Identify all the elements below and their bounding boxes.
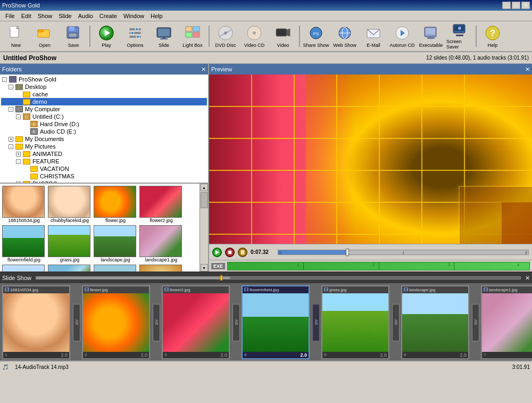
tree-desktop[interactable]: - Desktop — [1, 83, 207, 91]
thumb-1881h0534 — [2, 186, 45, 218]
screensaver-icon — [451, 23, 468, 38]
play-toolbar-icon — [98, 24, 115, 42]
menu-edit[interactable]: Edit — [18, 12, 35, 20]
tree-animated[interactable]: + ANIMATED — [1, 150, 207, 158]
mydocuments-icon — [15, 136, 23, 142]
lightbox-button[interactable]: Light Box — [179, 22, 206, 50]
slide-item-2[interactable]: 🎞 flower.jpg 2 2.0 — [82, 285, 150, 359]
tree-photos[interactable]: - PHOTOS — [1, 180, 207, 183]
scroll-thumb[interactable] — [201, 192, 208, 208]
seek-bar[interactable]: 0 1 2 — [278, 250, 529, 255]
close-button[interactable]: ✕ — [521, 2, 530, 9]
proshow-icon — [9, 76, 16, 83]
slide-item-1[interactable]: 🎞 1881h0534.jpg 1 2.0 — [2, 285, 70, 359]
file-grass[interactable]: grass.jpg — [48, 225, 92, 262]
pause-transport-button[interactable] — [238, 248, 247, 257]
total-duration: 3:01.91 — [512, 364, 530, 370]
screensaver-button[interactable]: Screen Saver — [446, 22, 473, 50]
file-landscape1[interactable]: landscape1.jpg — [139, 225, 183, 262]
file-summer11[interactable]: summer11.jpg — [94, 265, 137, 272]
menu-file[interactable]: File — [2, 12, 18, 20]
tree-drive-c[interactable]: - C Untitled (C:) — [1, 113, 207, 120]
tree-proshow-gold[interactable]: - ProShow Gold — [1, 76, 207, 83]
filename-grass: grass.jpg — [48, 257, 92, 262]
audio-icon: 🎵 — [2, 364, 9, 370]
seek-progress — [278, 250, 348, 254]
timeline-track[interactable]: 1 2 3 4 — [227, 262, 530, 270]
scroll-down-button[interactable]: ▼ — [201, 264, 208, 272]
file-summer1[interactable]: summer1.jpg — [48, 265, 92, 272]
scroll-up-button[interactable]: ▲ — [201, 184, 208, 191]
tree-mydocuments[interactable]: + My Documents — [1, 135, 207, 143]
slide-item-5[interactable]: 🎞 grass.jpg 5 2.0 — [321, 285, 389, 359]
menu-audio[interactable]: Audio — [75, 12, 96, 20]
slideshow-track[interactable]: 🎞 1881h0534.jpg 1 2.0 AB 🎞 flower.jpg 2 … — [0, 283, 532, 361]
svg-rect-20 — [186, 27, 192, 31]
slide-item-4[interactable]: 🎞 flowerinfield.jpg 4 2.0 — [242, 285, 310, 359]
menu-show[interactable]: Show — [35, 12, 56, 20]
preview-close[interactable]: ✕ — [525, 66, 530, 73]
shareshow-button[interactable]: PS Share Show — [302, 22, 330, 50]
open-button[interactable]: Open — [31, 22, 59, 50]
play-transport-button[interactable] — [212, 248, 222, 257]
folders-close[interactable]: ✕ — [201, 66, 206, 73]
slide-item-6[interactable]: 🎞 landscape.jpg 6 2.0 — [401, 285, 469, 359]
email-button[interactable]: E-Mail — [360, 22, 387, 50]
slide-item-3[interactable]: 🎞 flower2.jpg 3 2.0 — [162, 285, 230, 359]
file-flower[interactable]: flower.jpg — [94, 186, 137, 223]
videocd-button[interactable]: Video CD — [240, 22, 268, 50]
menu-create[interactable]: Create — [96, 12, 120, 20]
position-handle[interactable] — [220, 275, 222, 281]
slide-filename-1: 🎞 1881h0534.jpg — [3, 286, 69, 293]
tree-demo[interactable]: demo — [1, 98, 207, 105]
tree-mycomputer[interactable]: - My Computer — [1, 105, 207, 113]
file-1881h0534[interactable]: 1881h0534.jpg — [2, 186, 46, 223]
save-button[interactable]: Save — [60, 22, 87, 50]
file-flowerinfield[interactable]: flowerinfield.jpg — [2, 225, 46, 262]
svg-rect-7 — [69, 33, 77, 37]
file-browser-panel[interactable]: 1881h0534.jpg chubbyfacekid.jpg flower.j… — [0, 184, 208, 272]
videocd-label: Video CD — [244, 43, 264, 48]
tree-cache[interactable]: cache — [1, 91, 207, 98]
file-chubbyfacekid[interactable]: chubbyfacekid.jpg — [48, 186, 92, 223]
tree-drive-e[interactable]: E Audio CD (E:) — [1, 128, 207, 135]
tree-feature[interactable]: - FEATURE — [1, 158, 207, 165]
slide-button[interactable]: Slide — [150, 22, 178, 50]
options-button[interactable]: Options — [121, 22, 149, 50]
stop-transport-button[interactable] — [225, 248, 235, 257]
thumb-landscape — [94, 225, 136, 257]
executable-button[interactable]: Executable — [417, 22, 445, 50]
menu-help[interactable]: Help — [147, 12, 166, 20]
file-landscape[interactable]: landscape.jpg — [94, 225, 137, 262]
menu-window[interactable]: Window — [120, 12, 147, 20]
tree-mypictures[interactable]: - My Pictures — [1, 143, 207, 150]
file-flower2[interactable]: flower2.jpg — [139, 186, 183, 223]
svg-rect-4 — [38, 30, 43, 32]
filename-flower: flower.jpg — [94, 218, 137, 223]
play-button[interactable]: Play — [93, 22, 120, 50]
vertical-scrollbar[interactable]: ▲ ▼ — [200, 184, 208, 272]
autorun-button[interactable]: Autorun CD — [388, 22, 416, 50]
menu-slide[interactable]: Slide — [55, 12, 74, 20]
new-button[interactable]: New — [2, 22, 30, 50]
slideshow-close[interactable]: ✕ — [525, 275, 530, 282]
maximize-button[interactable]: □ — [512, 2, 520, 9]
folder-tree-panel[interactable]: - ProShow Gold - Desktop cache — [0, 75, 208, 184]
help-button[interactable]: ? Help — [479, 22, 506, 50]
seek-handle[interactable] — [346, 249, 349, 256]
play-label: Play — [102, 43, 111, 48]
video-button[interactable]: Video — [269, 22, 297, 50]
preview-title: Preview — [211, 66, 232, 72]
tree-vacation[interactable]: VACATION — [1, 165, 207, 172]
slide-item-7[interactable]: 🎞 landscape1.jpg 7 2.0 — [481, 285, 532, 359]
webshow-button[interactable]: Web Show — [331, 22, 359, 50]
thumb-chubbyfacekid — [48, 186, 90, 218]
minimize-button[interactable]: _ — [502, 2, 511, 9]
tree-drive-d[interactable]: D Hard Drive (D:) — [1, 120, 207, 128]
file-longgrass[interactable]: longgrass.jpg — [2, 265, 46, 272]
file-summer4[interactable]: summer4.jpg — [139, 265, 183, 272]
email-icon — [365, 24, 382, 42]
svg-rect-6 — [69, 27, 74, 31]
dvd-button[interactable]: DVD Disc — [212, 22, 239, 50]
tree-christmas[interactable]: CHRISTMAS — [1, 172, 207, 180]
